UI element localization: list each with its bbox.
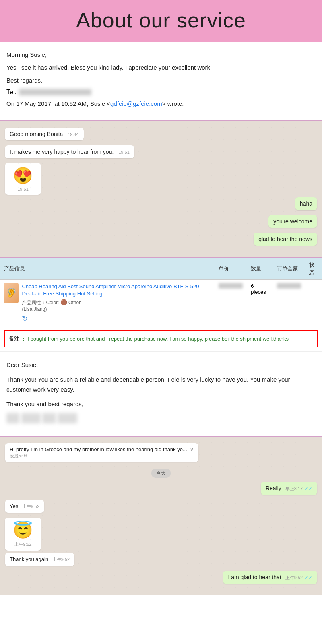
product-attr: 产品属性：Color: 🟤 Other bbox=[22, 299, 211, 306]
chat2-reply1: Really 早上8:17 ✓✓ bbox=[261, 482, 317, 495]
qty-cell: 6 pieces bbox=[247, 280, 273, 327]
chat2-msg4-text: Thank you again bbox=[10, 556, 48, 562]
chat2-msg1-time: 凌晨5:03 bbox=[10, 453, 27, 458]
product-attr-label: 产品属性：Color: bbox=[22, 300, 59, 305]
chat1-reply3: glad to hear the news bbox=[254, 233, 317, 246]
page-title: About our service bbox=[0, 8, 322, 32]
chat2-row-reply1: Really 早上8:17 ✓✓ bbox=[5, 482, 317, 497]
order-table: 产品信息 单价 数量 订单金额 状态 🦻 Cheap Hearing Aid B… bbox=[0, 258, 322, 326]
name-blur-3: ky. bbox=[42, 413, 56, 423]
amount-cell bbox=[273, 280, 305, 327]
chat2-msg2: Yes 上午9:52 bbox=[5, 500, 44, 513]
remark-label: 备注 bbox=[9, 336, 19, 342]
chat1-row-reply3: glad to hear the news bbox=[5, 233, 317, 248]
chat-section-1: Good morning Bonita 19:44 It makes me ve… bbox=[0, 120, 322, 258]
product-cell: 🦻 Cheap Hearing Aid Best Sound Amplifier… bbox=[0, 280, 215, 327]
order-table-header: 产品信息 单价 数量 订单金额 状态 bbox=[0, 258, 322, 280]
email-section-2: Dear Susie, Thank you! You are such a re… bbox=[0, 351, 322, 436]
chat1-msg2: It makes me very happy to hear from you.… bbox=[5, 145, 134, 158]
email1-wrote: On 17 May 2017, at 10:52 AM, Susie <gdfe… bbox=[6, 99, 316, 109]
chat2-emoji-time: 上午9:52 bbox=[8, 541, 38, 547]
chat1-row3: 😍 19:51 bbox=[5, 163, 317, 195]
chat1-emoji-time: 19:51 bbox=[8, 187, 38, 192]
chat1-msg1-text: Good morning Bonita bbox=[10, 131, 63, 137]
chat2-row1: Hi pretty I m in Greece and my brother i… bbox=[5, 443, 317, 464]
chat1-msg1-time: 19:44 bbox=[68, 132, 79, 137]
chat1-reply3-text: glad to hear the news bbox=[258, 236, 312, 242]
chat2-row2: Yes 上午9:52 bbox=[5, 500, 317, 515]
chat2-reply2-time: 上午9:52 bbox=[285, 575, 303, 580]
email2-greeting: Dear Susie, bbox=[6, 360, 316, 370]
remark-box: 备注 ： I bought from you before that and I… bbox=[4, 330, 318, 347]
email1-regards: Best regards, bbox=[6, 76, 316, 85]
chat2-row4: Thank you again 上午9:52 bbox=[5, 553, 317, 568]
date-divider: 今天 bbox=[5, 469, 317, 478]
product-image: 🦻 bbox=[4, 283, 19, 303]
chat1-reply2: you're welcome bbox=[268, 215, 317, 228]
col-price: 单价 bbox=[215, 258, 247, 280]
chat1-reply1-text: haha bbox=[300, 200, 312, 207]
email1-wrote-suffix: > wrote: bbox=[162, 100, 184, 107]
date-badge-text: 今天 bbox=[151, 469, 171, 478]
chat1-emoji-bubble: 😍 19:51 bbox=[5, 163, 41, 195]
chat2-reply1-time: 早上8:17 bbox=[285, 486, 303, 491]
product-owner: (Lisa Jiang) bbox=[22, 306, 211, 312]
chat2-msg1-text: Hi pretty I m in Greece and my brother i… bbox=[10, 446, 187, 452]
chat2-emoji-bubble: 😇 上午9:52 bbox=[5, 518, 41, 551]
email2-name: L C ky. Te bbox=[6, 413, 316, 423]
chat1-reply1: haha bbox=[295, 197, 317, 210]
order-section: 产品信息 单价 数量 订单金额 状态 🦻 Cheap Hearing Aid B… bbox=[0, 258, 322, 347]
email2-body1: Thank you! You are such a reliable and d… bbox=[6, 374, 316, 395]
email-section-1: Morning Susie, Yes I see it has arrived.… bbox=[0, 42, 322, 120]
col-product: 产品信息 bbox=[0, 258, 215, 280]
chat2-row-reply2: I am glad to hear that 上午9:52 ✓✓ bbox=[5, 571, 317, 586]
refresh-icon[interactable]: ↻ bbox=[22, 314, 211, 323]
chat2-msg4: Thank you again 上午9:52 bbox=[5, 553, 74, 566]
chat2-emoji: 😇 bbox=[8, 521, 38, 540]
price-blurred bbox=[219, 283, 243, 289]
email1-wrote-prefix: On 17 May 2017, at 10:52 AM, Susie < bbox=[6, 100, 110, 107]
tel-blurred bbox=[19, 89, 91, 95]
price-cell bbox=[215, 280, 247, 327]
double-check-icon: ✓✓ bbox=[304, 486, 312, 491]
chat1-reply2-text: you're welcome bbox=[273, 218, 312, 225]
col-amount: 订单金额 bbox=[273, 258, 305, 280]
double-check-icon-2: ✓✓ bbox=[304, 575, 312, 580]
name-blur-4: Te bbox=[58, 413, 77, 423]
name-blur-1: L bbox=[6, 413, 19, 423]
chat-section-2: Hi pretty I m in Greece and my brother i… bbox=[0, 436, 322, 595]
amount-blurred bbox=[277, 283, 301, 289]
status-cell bbox=[305, 280, 322, 327]
chat2-msg4-time: 上午9:52 bbox=[52, 557, 70, 562]
email1-body: Yes I see it has arrived. Bless you kind… bbox=[6, 63, 316, 72]
chat1-row-reply1: haha bbox=[5, 197, 317, 213]
chat2-reply2: I am glad to hear that 上午9:52 ✓✓ bbox=[223, 571, 317, 584]
product-attr2: Other bbox=[68, 300, 80, 305]
email2-body2: Thank you and best regards, bbox=[6, 399, 316, 409]
chat2-msg1: Hi pretty I m in Greece and my brother i… bbox=[5, 443, 198, 462]
col-qty: 数量 bbox=[247, 258, 273, 280]
chat1-emoji: 😍 bbox=[8, 166, 38, 185]
order-row: 🦻 Cheap Hearing Aid Best Sound Amplifier… bbox=[0, 280, 322, 327]
chevron-icon: ∨ bbox=[190, 447, 194, 452]
chat1-msg2-text: It makes me very happy to hear from you. bbox=[10, 149, 114, 155]
chat2-msg2-time: 上午9:52 bbox=[22, 504, 39, 509]
remark-separator: ： bbox=[21, 336, 26, 342]
chat2-reply2-text: I am glad to hear that bbox=[228, 574, 281, 580]
email1-greeting: Morning Susie, bbox=[6, 50, 316, 60]
name-blur-2: C bbox=[21, 413, 41, 423]
chat1-msg2-time: 19:51 bbox=[118, 150, 130, 155]
product-info: Cheap Hearing Aid Best Sound Amplifier M… bbox=[22, 283, 211, 323]
email1-tel-row: Tel: bbox=[6, 89, 316, 96]
chat2-msg2-text: Yes bbox=[10, 503, 18, 509]
product-name[interactable]: Cheap Hearing Aid Best Sound Amplifier M… bbox=[22, 283, 211, 297]
page-header: About our service bbox=[0, 0, 322, 42]
remark-text: I bought from you before that and I repe… bbox=[27, 336, 289, 342]
chat1-row2: It makes me very happy to hear from you.… bbox=[5, 145, 317, 161]
chat2-row3: 😇 上午9:52 bbox=[5, 518, 317, 551]
email1-link[interactable]: gdfeie@gzfeie.com bbox=[110, 100, 162, 107]
col-status: 状态 bbox=[305, 258, 322, 280]
chat1-msg1: Good morning Bonita 19:44 bbox=[5, 128, 84, 140]
tel-label: Tel: bbox=[6, 89, 17, 96]
chat1-row1: Good morning Bonita 19:44 bbox=[5, 128, 317, 143]
